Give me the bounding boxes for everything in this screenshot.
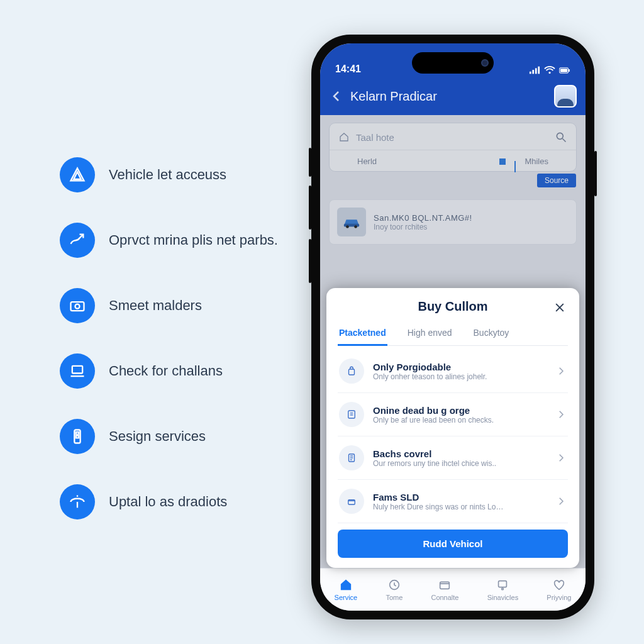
tab-label: Service <box>335 594 358 601</box>
tab-service[interactable]: Service <box>335 578 358 601</box>
svg-rect-8 <box>535 68 537 74</box>
wifi-icon <box>544 66 555 75</box>
dynamic-island <box>412 52 494 74</box>
screen-icon <box>496 578 509 592</box>
app-header: Kelarn Pradicar <box>320 77 586 115</box>
svg-rect-22 <box>348 411 355 418</box>
vehicle-line1: San.MK0 BQL.NT.AMG#! <box>374 213 472 223</box>
option-title: Onine dead bu g orge <box>373 405 547 416</box>
tab-connalte[interactable]: Connalte <box>431 578 458 601</box>
svg-rect-2 <box>72 366 82 374</box>
feature-label: Check for challans <box>109 363 223 379</box>
option-title: Bachs covrel <box>373 448 547 459</box>
option-title: Fams SLD <box>373 492 547 502</box>
feature-list: Vehicle let acceuss Oprvct mrina plis ne… <box>60 157 286 550</box>
search-tab-herld[interactable]: Herld <box>357 157 377 166</box>
header-title: Kelarn Pradicar <box>350 89 548 104</box>
search-icon <box>555 131 567 143</box>
camera-dot <box>481 59 489 67</box>
sheet-tabs: Ptacketned High enved Buckytoy <box>338 323 568 346</box>
tab-priyving[interactable]: Priyving <box>547 578 571 601</box>
option-sub: Nuly herk Dure sings was or nints Lo… <box>373 502 547 511</box>
svg-rect-7 <box>532 70 534 74</box>
cellular-icon <box>529 66 540 75</box>
feature-smeet: Smeet malders <box>60 288 286 323</box>
source-badge[interactable]: Source <box>537 174 576 187</box>
feature-challans: Check for challans <box>60 353 286 389</box>
battery-icon <box>559 66 570 75</box>
search-input[interactable]: Taal hote <box>330 123 576 150</box>
option-bachs-covrel[interactable]: Bachs covrel Our remors uny tine ihctel … <box>338 436 568 480</box>
svg-rect-31 <box>440 582 450 589</box>
svg-rect-0 <box>71 302 84 311</box>
avatar[interactable] <box>554 85 577 108</box>
sheet-tab-ptacketned[interactable]: Ptacketned <box>338 323 387 346</box>
back-button[interactable] <box>329 89 344 104</box>
close-icon <box>553 301 566 314</box>
svg-rect-13 <box>569 69 570 72</box>
svg-point-33 <box>502 588 504 590</box>
option-sub: Our remors uny tine ihctel chice wis.. <box>373 459 547 468</box>
option-porgiodable[interactable]: Only Porgiodable Only onher teason to al… <box>338 350 568 393</box>
option-onine-dead[interactable]: Onine dead bu g orge Only be af ure lead… <box>338 393 568 436</box>
svg-line-15 <box>563 139 566 142</box>
feature-parts: Oprvct mrina plis net parbs. <box>60 223 286 258</box>
svg-point-1 <box>75 304 80 309</box>
card-icon <box>339 402 364 427</box>
svg-rect-4 <box>76 432 79 435</box>
svg-point-10 <box>548 72 550 74</box>
sheet-tab-buckytoy[interactable]: Buckytoy <box>472 323 511 345</box>
tab-label: Priyving <box>547 594 571 601</box>
feature-services: Sesign services <box>60 419 286 454</box>
tab-tome[interactable]: Tome <box>386 578 402 601</box>
pin-marker <box>499 158 506 165</box>
umbrella-icon <box>60 484 95 519</box>
clock-icon <box>387 578 401 592</box>
tab-sinavicles[interactable]: Sinavicles <box>487 578 519 601</box>
bottom-sheet: Buy Cullom Ptacketned High enved Buckyto… <box>326 288 579 568</box>
search-tab-mhiles[interactable]: Mhiles <box>525 157 548 166</box>
camera-icon <box>60 288 95 323</box>
svg-point-14 <box>557 133 563 139</box>
trend-icon <box>60 223 95 258</box>
svg-rect-5 <box>76 436 79 438</box>
search-sub-tabs: Herld Mhiles <box>330 150 576 171</box>
bottom-tab-bar: Service Tome Connalte Sinavicles Priyvin… <box>320 568 586 611</box>
svg-rect-12 <box>560 69 567 72</box>
box-icon <box>339 489 364 514</box>
vehicle-line2: Inoy toor rchites <box>374 223 472 231</box>
heart-icon <box>552 578 566 592</box>
wallet-icon <box>438 578 452 592</box>
feature-label: Vehicle let acceuss <box>109 167 226 183</box>
option-sub: Only onher teason to alines johelr. <box>373 372 547 381</box>
tab-label: Sinavicles <box>487 594 519 601</box>
phone-screen: 14:41 Kelarn Pradicar Taal hote <box>320 43 586 611</box>
chevron-right-icon <box>555 409 567 420</box>
feature-label: Smeet malders <box>109 297 202 314</box>
sheet-title: Buy Cullom <box>418 299 487 314</box>
option-fams-sld[interactable]: Fams SLD Nuly herk Dure sings was or nin… <box>338 480 568 523</box>
svg-rect-6 <box>530 72 531 74</box>
svg-point-17 <box>346 225 349 228</box>
laptop-icon <box>60 353 95 389</box>
status-indicators <box>529 66 570 75</box>
sheet-tab-highenved[interactable]: High enved <box>406 323 453 345</box>
home-icon <box>339 578 353 592</box>
primary-cta-button[interactable]: Rudd Vehicol <box>338 530 568 558</box>
feature-label: Oprvct mrina plis net parbs. <box>109 232 278 248</box>
phone-frame: 14:41 Kelarn Pradicar Taal hote <box>311 35 594 619</box>
feature-label: Sesign services <box>109 428 206 445</box>
option-sub: Only be af ure lead been on checks. <box>373 416 547 425</box>
chevron-right-icon <box>555 496 567 507</box>
feature-uptal: Uptal lo as dradiots <box>60 484 286 519</box>
search-placeholder: Taal hote <box>356 132 548 143</box>
car-thumb-icon <box>337 208 366 236</box>
bag-icon <box>339 358 364 384</box>
phone-icon <box>60 419 95 454</box>
tab-label: Connalte <box>431 594 458 601</box>
close-button[interactable] <box>552 299 568 316</box>
vehicle-card[interactable]: San.MK0 BQL.NT.AMG#! Inoy toor rchites <box>329 199 577 245</box>
svg-rect-9 <box>538 67 540 74</box>
chevron-right-icon <box>555 365 567 377</box>
vehicle-text: San.MK0 BQL.NT.AMG#! Inoy toor rchites <box>374 213 472 231</box>
